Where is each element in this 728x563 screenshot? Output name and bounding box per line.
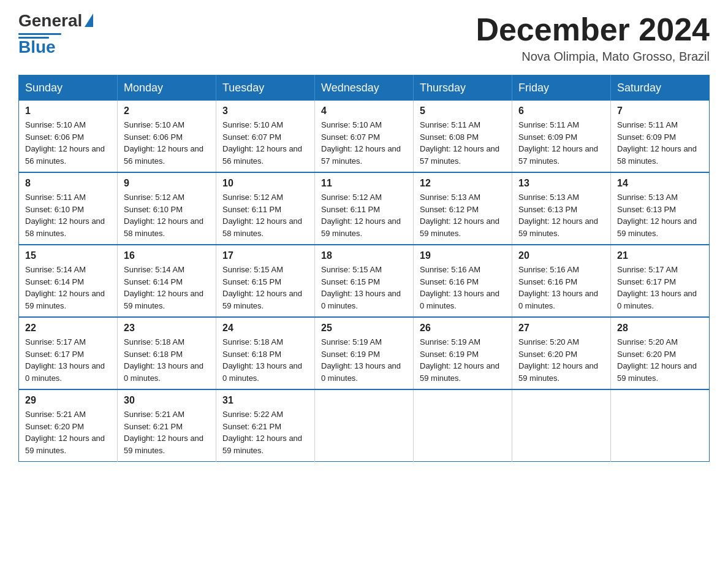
day-info: Sunrise: 5:15 AMSunset: 6:15 PMDaylight:…	[321, 264, 407, 312]
calendar-cell: 11Sunrise: 5:12 AMSunset: 6:11 PMDayligh…	[315, 172, 414, 245]
calendar-cell	[315, 389, 414, 462]
day-number: 27	[518, 323, 604, 334]
weekday-header-sunday: Sunday	[19, 75, 118, 101]
page-title: December 2024	[476, 12, 710, 47]
day-info: Sunrise: 5:11 AMSunset: 6:10 PMDaylight:…	[25, 191, 111, 239]
day-info: Sunrise: 5:14 AMSunset: 6:14 PMDaylight:…	[124, 264, 210, 312]
day-info: Sunrise: 5:22 AMSunset: 6:21 PMDaylight:…	[222, 408, 308, 456]
calendar-cell: 3Sunrise: 5:10 AMSunset: 6:07 PMDaylight…	[216, 101, 315, 172]
day-number: 13	[518, 178, 604, 189]
calendar-cell: 22Sunrise: 5:17 AMSunset: 6:17 PMDayligh…	[19, 317, 118, 389]
day-number: 21	[617, 250, 703, 261]
calendar-cell: 26Sunrise: 5:19 AMSunset: 6:19 PMDayligh…	[414, 317, 512, 389]
day-number: 4	[321, 105, 407, 117]
location-subtitle: Nova Olimpia, Mato Grosso, Brazil	[476, 50, 710, 64]
day-info: Sunrise: 5:10 AMSunset: 6:06 PMDaylight:…	[124, 119, 210, 167]
day-number: 19	[420, 250, 506, 261]
day-info: Sunrise: 5:12 AMSunset: 6:11 PMDaylight:…	[321, 191, 407, 239]
title-area: December 2024 Nova Olimpia, Mato Grosso,…	[476, 12, 710, 64]
day-number: 24	[222, 323, 308, 334]
weekday-header-wednesday: Wednesday	[315, 75, 414, 101]
calendar-cell	[414, 389, 512, 462]
calendar-cell: 5Sunrise: 5:11 AMSunset: 6:08 PMDaylight…	[414, 101, 512, 172]
day-number: 28	[617, 323, 703, 334]
calendar-cell: 6Sunrise: 5:11 AMSunset: 6:09 PMDaylight…	[512, 101, 611, 172]
day-number: 12	[420, 178, 506, 189]
day-number: 29	[25, 395, 111, 406]
day-info: Sunrise: 5:18 AMSunset: 6:18 PMDaylight:…	[124, 336, 210, 384]
calendar-cell: 20Sunrise: 5:16 AMSunset: 6:16 PMDayligh…	[512, 245, 611, 317]
day-info: Sunrise: 5:10 AMSunset: 6:06 PMDaylight:…	[25, 119, 111, 167]
day-number: 17	[222, 250, 308, 261]
week-row-2: 8Sunrise: 5:11 AMSunset: 6:10 PMDaylight…	[19, 172, 710, 245]
calendar-cell: 19Sunrise: 5:16 AMSunset: 6:16 PMDayligh…	[414, 245, 512, 317]
day-info: Sunrise: 5:11 AMSunset: 6:08 PMDaylight:…	[420, 119, 506, 167]
calendar-cell: 10Sunrise: 5:12 AMSunset: 6:11 PMDayligh…	[216, 172, 315, 245]
day-number: 16	[124, 250, 210, 261]
day-number: 23	[124, 323, 210, 334]
day-info: Sunrise: 5:10 AMSunset: 6:07 PMDaylight:…	[222, 119, 308, 167]
day-info: Sunrise: 5:21 AMSunset: 6:20 PMDaylight:…	[25, 408, 111, 456]
week-row-3: 15Sunrise: 5:14 AMSunset: 6:14 PMDayligh…	[19, 245, 710, 317]
calendar-cell: 18Sunrise: 5:15 AMSunset: 6:15 PMDayligh…	[315, 245, 414, 317]
logo-triangle-icon	[85, 13, 93, 27]
calendar-cell: 8Sunrise: 5:11 AMSunset: 6:10 PMDaylight…	[19, 172, 118, 245]
day-info: Sunrise: 5:19 AMSunset: 6:19 PMDaylight:…	[420, 336, 506, 384]
day-number: 6	[518, 105, 604, 117]
day-info: Sunrise: 5:20 AMSunset: 6:20 PMDaylight:…	[617, 336, 703, 384]
day-number: 25	[321, 323, 407, 334]
day-info: Sunrise: 5:16 AMSunset: 6:16 PMDaylight:…	[420, 264, 506, 312]
day-number: 10	[222, 178, 308, 189]
header: General Blue December 2024 Nova Olimpia,…	[18, 12, 710, 64]
calendar-cell: 24Sunrise: 5:18 AMSunset: 6:18 PMDayligh…	[216, 317, 315, 389]
calendar-cell: 7Sunrise: 5:11 AMSunset: 6:09 PMDaylight…	[611, 101, 710, 172]
day-number: 11	[321, 178, 407, 189]
calendar-cell: 31Sunrise: 5:22 AMSunset: 6:21 PMDayligh…	[216, 389, 315, 462]
calendar-cell: 14Sunrise: 5:13 AMSunset: 6:13 PMDayligh…	[611, 172, 710, 245]
calendar-cell: 29Sunrise: 5:21 AMSunset: 6:20 PMDayligh…	[19, 389, 118, 462]
day-number: 14	[617, 178, 703, 189]
calendar-cell: 21Sunrise: 5:17 AMSunset: 6:17 PMDayligh…	[611, 245, 710, 317]
day-number: 20	[518, 250, 604, 261]
day-info: Sunrise: 5:21 AMSunset: 6:21 PMDaylight:…	[124, 408, 210, 456]
logo-general-text: General	[18, 12, 82, 29]
logo: General Blue	[18, 12, 93, 56]
weekday-header-friday: Friday	[512, 75, 611, 101]
calendar-cell: 2Sunrise: 5:10 AMSunset: 6:06 PMDaylight…	[118, 101, 216, 172]
calendar-cell: 25Sunrise: 5:19 AMSunset: 6:19 PMDayligh…	[315, 317, 414, 389]
day-number: 8	[25, 178, 111, 189]
week-row-5: 29Sunrise: 5:21 AMSunset: 6:20 PMDayligh…	[19, 389, 710, 462]
day-info: Sunrise: 5:12 AMSunset: 6:11 PMDaylight:…	[222, 191, 308, 239]
calendar-cell: 13Sunrise: 5:13 AMSunset: 6:13 PMDayligh…	[512, 172, 611, 245]
weekday-header-saturday: Saturday	[611, 75, 710, 101]
week-row-1: 1Sunrise: 5:10 AMSunset: 6:06 PMDaylight…	[19, 101, 710, 172]
day-number: 3	[222, 105, 308, 117]
day-info: Sunrise: 5:12 AMSunset: 6:10 PMDaylight:…	[124, 191, 210, 239]
day-number: 22	[25, 323, 111, 334]
day-number: 18	[321, 250, 407, 261]
day-number: 30	[124, 395, 210, 406]
logo-line-1	[18, 33, 61, 35]
calendar-cell: 15Sunrise: 5:14 AMSunset: 6:14 PMDayligh…	[19, 245, 118, 317]
calendar-cell: 9Sunrise: 5:12 AMSunset: 6:10 PMDaylight…	[118, 172, 216, 245]
day-info: Sunrise: 5:17 AMSunset: 6:17 PMDaylight:…	[617, 264, 703, 312]
day-info: Sunrise: 5:11 AMSunset: 6:09 PMDaylight:…	[617, 119, 703, 167]
calendar-cell: 23Sunrise: 5:18 AMSunset: 6:18 PMDayligh…	[118, 317, 216, 389]
weekday-header-tuesday: Tuesday	[216, 75, 315, 101]
calendar-cell: 1Sunrise: 5:10 AMSunset: 6:06 PMDaylight…	[19, 101, 118, 172]
calendar-cell: 17Sunrise: 5:15 AMSunset: 6:15 PMDayligh…	[216, 245, 315, 317]
logo-blue-text: Blue	[18, 39, 56, 56]
day-number: 31	[222, 395, 308, 406]
calendar-cell: 30Sunrise: 5:21 AMSunset: 6:21 PMDayligh…	[118, 389, 216, 462]
day-info: Sunrise: 5:13 AMSunset: 6:13 PMDaylight:…	[617, 191, 703, 239]
calendar-cell	[512, 389, 611, 462]
calendar-cell: 27Sunrise: 5:20 AMSunset: 6:20 PMDayligh…	[512, 317, 611, 389]
week-row-4: 22Sunrise: 5:17 AMSunset: 6:17 PMDayligh…	[19, 317, 710, 389]
day-number: 9	[124, 178, 210, 189]
calendar-cell: 12Sunrise: 5:13 AMSunset: 6:12 PMDayligh…	[414, 172, 512, 245]
day-info: Sunrise: 5:20 AMSunset: 6:20 PMDaylight:…	[518, 336, 604, 384]
day-number: 2	[124, 105, 210, 117]
day-info: Sunrise: 5:16 AMSunset: 6:16 PMDaylight:…	[518, 264, 604, 312]
day-number: 1	[25, 105, 111, 117]
day-info: Sunrise: 5:15 AMSunset: 6:15 PMDaylight:…	[222, 264, 308, 312]
